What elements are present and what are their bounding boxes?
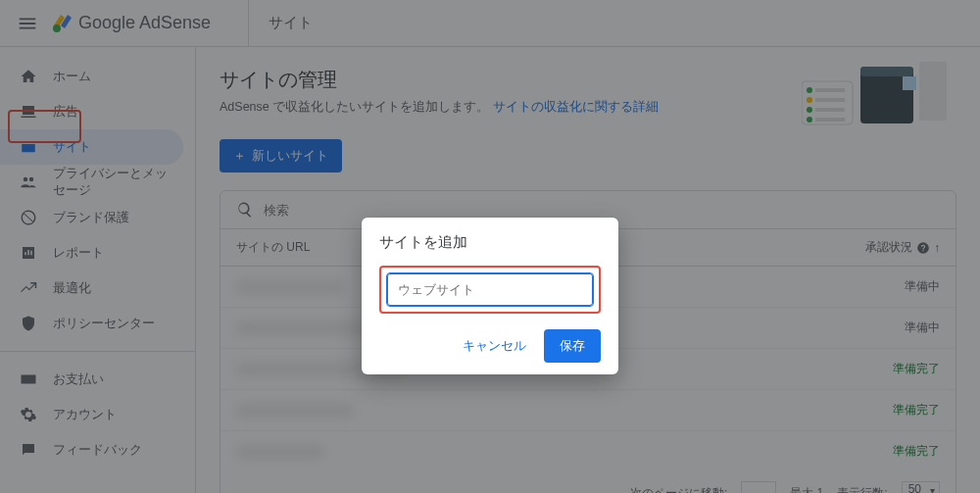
- save-button[interactable]: 保存: [544, 329, 601, 363]
- modal-overlay[interactable]: サイトを追加 キャンセル 保存: [0, 0, 980, 493]
- add-site-dialog: サイトを追加 キャンセル 保存: [362, 218, 618, 374]
- website-input[interactable]: [387, 273, 593, 306]
- annotation-highlight-input: [379, 266, 601, 314]
- dialog-actions: キャンセル 保存: [379, 329, 601, 363]
- dialog-title: サイトを追加: [379, 233, 601, 252]
- cancel-button[interactable]: キャンセル: [453, 329, 536, 363]
